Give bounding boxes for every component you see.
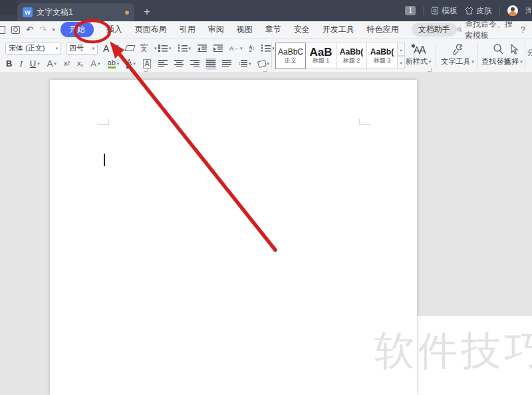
font-color-button[interactable]: A▾ bbox=[126, 58, 136, 70]
char-style-letter: A bbox=[47, 59, 53, 68]
new-style-button[interactable]: A A ✱ 新样式▾ bbox=[404, 43, 433, 66]
style-preview: AaBbC bbox=[278, 47, 303, 57]
distribute-button[interactable] bbox=[221, 58, 232, 70]
char-style-button[interactable]: A▾ bbox=[47, 58, 57, 70]
chevron-down-icon: ▾ bbox=[189, 46, 192, 51]
watermark-text: 软件技巧 bbox=[374, 325, 532, 378]
new-style-icon: A A ✱ bbox=[411, 43, 426, 55]
customize-quickbar-chevron-icon[interactable]: ▾ bbox=[53, 27, 55, 33]
styles-dialog-launcher[interactable] bbox=[428, 68, 432, 72]
eraser-icon bbox=[124, 45, 135, 51]
document-tab[interactable]: W 文字文稿1 bbox=[17, 3, 134, 21]
distribute-icon bbox=[222, 60, 231, 67]
chevron-down-icon: ▾ bbox=[117, 61, 120, 66]
chevron-down-icon: ▾ bbox=[429, 59, 432, 65]
ribbon-toolbar: 宋体 (正文) ▾ 四号 ▾ A A wén 文 ▾ B I U▾ bbox=[0, 39, 532, 73]
text-tool-button[interactable]: 文字工具▾ bbox=[439, 43, 476, 66]
style-normal[interactable]: AaBbC 正文 bbox=[275, 43, 306, 69]
new-tab-button[interactable]: + bbox=[140, 5, 154, 19]
text-effects-button[interactable]: A▾ bbox=[90, 58, 100, 70]
align-center-button[interactable] bbox=[174, 58, 184, 70]
font-size-value: 四号 bbox=[69, 43, 84, 53]
paragraph-group: ▾ ▾ A↔▾ AZ↓ ▾ ↕▾ ▾ ▾ bbox=[158, 42, 290, 70]
outdent-icon bbox=[198, 45, 207, 52]
save-icon[interactable] bbox=[0, 26, 5, 34]
align-center-icon bbox=[174, 60, 184, 67]
user-avatar[interactable] bbox=[507, 5, 518, 16]
chevron-down-icon[interactable]: ▾ bbox=[154, 46, 157, 51]
superscript-button[interactable]: X² bbox=[63, 58, 70, 70]
style-label: 标题 1 bbox=[313, 57, 330, 65]
clear-format-button[interactable] bbox=[125, 43, 135, 55]
numbered-list-icon bbox=[178, 45, 188, 52]
paragraph-settings-button[interactable]: ▾ bbox=[261, 43, 275, 55]
tab-doc-assistant[interactable]: 文档助手 bbox=[412, 23, 457, 37]
margin-crop-mark-left bbox=[108, 119, 109, 125]
undo-icon[interactable]: ↶ bbox=[26, 25, 33, 35]
tab-home[interactable]: 开始 bbox=[61, 22, 94, 37]
tab-title: 文字文稿1 bbox=[37, 7, 121, 18]
group-divider bbox=[525, 43, 525, 69]
underline-letter: U bbox=[30, 59, 36, 68]
search-icon bbox=[457, 26, 462, 34]
pinyin-char: 文 bbox=[141, 47, 147, 53]
group-divider bbox=[271, 43, 272, 69]
highlight-letters: ab bbox=[108, 59, 116, 68]
font-family-select[interactable]: 宋体 (正文) ▾ bbox=[5, 43, 61, 55]
tab-dev-tools[interactable]: 开发工具 bbox=[323, 24, 354, 35]
grow-font-button[interactable]: A bbox=[102, 43, 110, 55]
style-heading3[interactable]: AaBb( 标题 3 bbox=[367, 43, 398, 69]
tab-page-layout[interactable]: 页面布局 bbox=[135, 24, 167, 35]
font-family-value: 宋体 (正文) bbox=[9, 43, 45, 53]
document-page[interactable] bbox=[50, 80, 417, 395]
tab-special-apps[interactable]: 特色应用 bbox=[367, 24, 399, 35]
template-button[interactable]: 模板 bbox=[431, 5, 458, 17]
tab-section[interactable]: 章节 bbox=[265, 24, 281, 35]
tab-insert[interactable]: 插入 bbox=[106, 24, 122, 35]
highlight-button[interactable]: ab▾ bbox=[107, 58, 120, 70]
tab-review[interactable]: 审阅 bbox=[208, 24, 224, 35]
template-label: 模板 bbox=[442, 5, 458, 17]
numbered-list-button[interactable]: ▾ bbox=[178, 43, 192, 55]
document-area: 软件技巧 bbox=[0, 73, 532, 395]
redo-icon[interactable]: ↷ bbox=[39, 25, 47, 35]
justify-button[interactable] bbox=[205, 58, 216, 70]
font-size-select[interactable]: 四号 ▾ bbox=[66, 43, 98, 55]
skin-shirt-icon bbox=[465, 7, 473, 15]
scale-arrows-icon: ↔ bbox=[233, 45, 239, 51]
group-divider bbox=[152, 43, 152, 69]
decrease-indent-button[interactable] bbox=[197, 43, 207, 55]
sort-arrow-icon: ↓ bbox=[252, 45, 255, 51]
select-button[interactable]: 选择▾ bbox=[500, 43, 527, 66]
shrink-font-button[interactable]: A bbox=[114, 43, 120, 55]
char-scale-button[interactable]: A↔▾ bbox=[229, 43, 243, 55]
indent-icon bbox=[213, 45, 223, 52]
skin-button[interactable]: 皮肤 bbox=[465, 5, 492, 17]
help-icon[interactable]: ? bbox=[521, 25, 525, 35]
italic-button[interactable]: I bbox=[19, 58, 23, 70]
styles-gallery: AaBbC 正文 AaB 标题 1 AaBb( 标题 2 AaBb( 标题 3 … bbox=[275, 43, 405, 69]
align-right-button[interactable] bbox=[190, 58, 200, 70]
style-heading1[interactable]: AaB 标题 1 bbox=[306, 43, 336, 69]
increase-indent-button[interactable] bbox=[213, 43, 223, 55]
font-dialog-launcher[interactable] bbox=[144, 68, 148, 72]
tab-security[interactable]: 安全 bbox=[294, 24, 310, 35]
bold-button[interactable]: B bbox=[5, 58, 13, 70]
pinyin-guide-button[interactable]: wén 文 bbox=[140, 43, 148, 55]
underline-button[interactable]: U▾ bbox=[29, 58, 41, 70]
char-border-letter: A bbox=[143, 59, 152, 68]
paragraph-dialog-launcher[interactable] bbox=[263, 68, 267, 72]
bullet-list-button[interactable]: ▾ bbox=[158, 43, 172, 55]
style-heading2[interactable]: AaBb( 标题 2 bbox=[336, 43, 367, 69]
window-count-badge[interactable]: 1 bbox=[405, 6, 416, 15]
print-preview-icon[interactable] bbox=[11, 26, 20, 34]
tab-view[interactable]: 视图 bbox=[237, 24, 253, 35]
line-spacing-button[interactable]: ↕▾ bbox=[237, 58, 252, 70]
divider bbox=[423, 7, 424, 15]
sort-button[interactable]: AZ↓ bbox=[249, 43, 256, 55]
tab-references[interactable]: 引用 bbox=[180, 24, 196, 35]
subscript-button[interactable]: X₂ bbox=[76, 58, 84, 70]
text-effect-letter: A bbox=[90, 59, 96, 68]
command-search[interactable]: 查找命令、搜索模板 bbox=[457, 19, 514, 41]
align-left-button[interactable] bbox=[158, 58, 168, 70]
